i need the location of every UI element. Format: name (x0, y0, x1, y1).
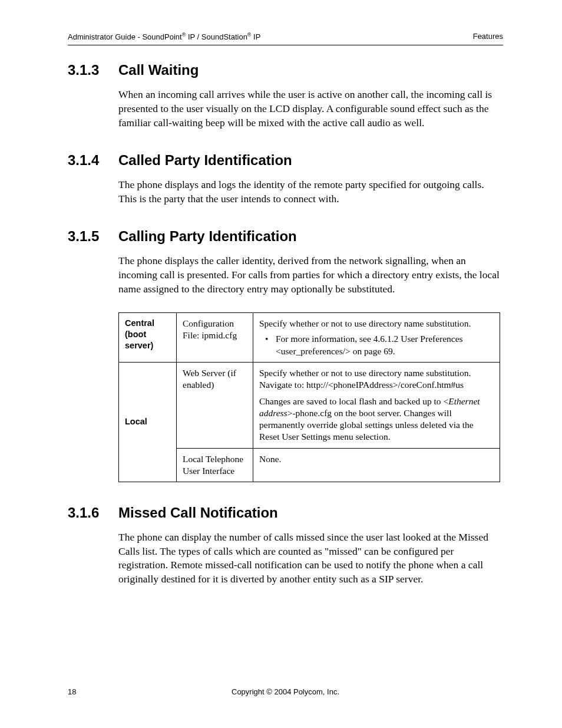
header-text-2: IP / SoundStation (186, 32, 247, 41)
table-cell-mid: Configuration File: ipmid.cfg (177, 313, 253, 362)
header-rule (68, 45, 503, 45)
text-part: Changes are saved to local flash and bac… (259, 396, 448, 406)
table-cell-desc: Specify whether or not to use directory … (253, 313, 500, 362)
table-row: Central (boot server) Configuration File… (119, 313, 500, 362)
section-number: 3.1.4 (68, 152, 109, 169)
desc-line: Specify whether or not to use directory … (259, 367, 494, 391)
header-text-1: Administrator Guide - SoundPoint (68, 32, 182, 41)
desc-line: Changes are saved to local flash and bac… (259, 396, 494, 443)
section-title: Call Waiting (118, 62, 199, 78)
table-cell-desc: Specify whether or not to use directory … (253, 362, 500, 448)
header-right: Features (473, 32, 503, 41)
section-number: 3.1.5 (68, 228, 109, 245)
bullet-list: For more information, see 4.6.1.2 User P… (259, 333, 494, 357)
section-heading: 3.1.3 Call Waiting (68, 62, 503, 78)
section-3-1-5: 3.1.5 Calling Party Identification The p… (68, 228, 503, 482)
section-body: The phone displays the caller identity, … (118, 254, 503, 296)
page-footer: 18 Copyright © 2004 Polycom, Inc. (68, 687, 503, 696)
section-number: 3.1.6 (68, 505, 109, 521)
table-cell-label: Central (boot server) (119, 313, 177, 362)
page-header: Administrator Guide - SoundPoint® IP / S… (68, 32, 503, 41)
section-title: Called Party Identification (118, 152, 292, 169)
section-3-1-4: 3.1.4 Called Party Identification The ph… (68, 152, 503, 206)
registered-mark-2: ® (247, 32, 252, 38)
section-number: 3.1.3 (68, 62, 109, 78)
section-body: The phone displays and logs the identity… (118, 178, 503, 206)
section-heading: 3.1.4 Called Party Identification (68, 152, 503, 169)
config-table: Central (boot server) Configuration File… (118, 312, 500, 482)
section-title: Missed Call Notification (118, 505, 278, 521)
table-cell-mid: Local Telephone User Interface (177, 448, 253, 482)
desc-line: Specify whether or not to use directory … (259, 318, 494, 330)
section-heading: 3.1.6 Missed Call Notification (68, 505, 503, 521)
table-cell-mid: Web Server (if enabled) (177, 362, 253, 448)
header-left: Administrator Guide - SoundPoint® IP / S… (68, 32, 260, 41)
section-3-1-6: 3.1.6 Missed Call Notification The phone… (68, 505, 503, 587)
copyright-text: Copyright © 2004 Polycom, Inc. (68, 687, 503, 696)
section-heading: 3.1.5 Calling Party Identification (68, 228, 503, 245)
section-body: When an incoming call arrives while the … (118, 88, 503, 130)
section-title: Calling Party Identification (118, 228, 297, 245)
bullet-item: For more information, see 4.6.1.2 User P… (259, 333, 494, 357)
section-body: The phone can display the number of call… (118, 531, 503, 587)
page-number: 18 (68, 687, 76, 696)
table-row: Local Web Server (if enabled) Specify wh… (119, 362, 500, 448)
table-row: Local Telephone User Interface None. (119, 448, 500, 482)
text-part: >-phone.cfg on the boot server. Changes … (259, 408, 474, 442)
table-cell-desc: None. (253, 448, 500, 482)
header-text-3: IP (252, 32, 261, 41)
section-3-1-3: 3.1.3 Call Waiting When an incoming call… (68, 62, 503, 130)
table-cell-label: Local (119, 362, 177, 482)
